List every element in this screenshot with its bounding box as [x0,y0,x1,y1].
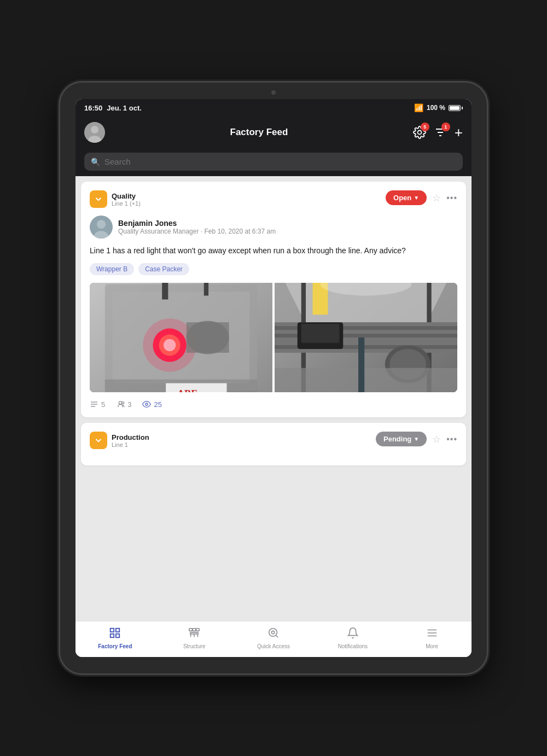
bottom-nav: Factory Feed Structure [75,621,472,657]
category-info: Quality Line 1 (+1) [112,192,141,207]
status-label: Open [393,194,411,202]
add-button[interactable]: + [455,124,463,141]
camera [271,90,276,95]
category-line: Line 1 (+1) [112,200,141,207]
quick-access-label: Quick Access [257,643,290,649]
battery-icon [449,105,463,111]
svg-point-1 [91,126,98,133]
battery-percent: 100 % [427,104,445,112]
quick-access-icon [267,627,280,642]
notifications-nav-icon [347,627,359,642]
post-card-2: Production Line 1 Pending ▼ ☆ ••• [81,423,466,466]
category-icon [90,190,107,208]
svg-point-47 [146,403,148,405]
followers-stat[interactable]: 3 [116,400,131,409]
post-actions: Open ▼ ☆ ••• [386,190,457,205]
factory-feed-icon [109,627,121,642]
category-name-2: Production [112,433,149,441]
post-image-2[interactable] [275,283,457,392]
nav-actions: 5 1 + [413,124,463,141]
star-icon[interactable]: ☆ [432,192,441,204]
views-stat[interactable]: 25 [142,400,161,409]
svg-rect-52 [189,629,193,631]
chevron-down-icon-2: ▼ [414,436,419,442]
tag-wrapper-b[interactable]: Wrapper B [90,263,134,275]
post-images: ABF SYSTEMSINC [90,283,457,392]
tag-case-packer[interactable]: Case Packer [138,263,189,275]
post-footer: 5 3 [90,400,457,409]
svg-rect-49 [116,629,119,632]
nav-item-structure[interactable]: Structure [155,627,234,649]
svg-rect-39 [275,368,457,392]
post-body: Line 1 has a red light that won't go awa… [90,245,457,257]
avatar[interactable] [84,122,105,143]
search-wrapper: 🔍 [84,153,463,171]
svg-point-8 [97,220,106,229]
star-icon-2[interactable]: ☆ [432,433,441,445]
svg-rect-19 [162,283,168,299]
nav-item-more[interactable]: More [392,627,472,649]
post-image-1[interactable]: ABF SYSTEMSINC [90,283,272,392]
more-options-icon-2[interactable]: ••• [446,434,457,444]
svg-text:ABF: ABF [177,388,197,392]
category-name: Quality [112,192,141,200]
svg-rect-51 [116,634,119,637]
comments-count: 5 [101,400,105,409]
status-bar: 16:50 Jeu. 1 oct. 📶 100 % [75,99,472,117]
wifi-icon: 📶 [414,103,423,112]
notifications-nav-label: Notifications [338,643,368,649]
author-name: Benjamin Jones [118,219,276,228]
svg-rect-50 [110,634,114,637]
tablet-screen: 16:50 Jeu. 1 oct. 📶 100 % F [75,99,472,657]
svg-rect-40 [358,338,364,392]
status-button-2[interactable]: Pending ▼ [376,432,427,446]
more-icon [426,627,438,642]
category-icon-2 [90,432,107,449]
followers-count: 3 [127,400,131,409]
svg-point-59 [269,629,277,637]
more-label: More [426,643,438,649]
post-card: Quality Line 1 (+1) Open ▼ ☆ ••• [81,182,466,417]
svg-rect-18 [187,322,229,353]
search-input[interactable] [104,157,456,166]
svg-point-46 [122,402,124,404]
svg-line-60 [276,635,278,637]
filter-badge: 1 [441,123,450,131]
views-count: 25 [154,400,161,409]
chevron-down-icon: ▼ [414,195,419,201]
status-label-2: Pending [383,435,411,443]
svg-point-3 [417,131,421,135]
post-category-2: Production Line 1 [90,432,149,449]
notifications-badge: 5 [421,123,429,131]
category-line-2: Line 1 [112,441,149,448]
page-title: Factory Feed [112,127,406,138]
svg-rect-20 [204,283,208,295]
structure-label: Structure [183,643,206,649]
nav-item-notifications[interactable]: Notifications [313,627,392,649]
factory-feed-label: Factory Feed [98,643,132,649]
post-date: Feb 10, 2020 at 6:37 am [204,228,276,235]
comments-stat[interactable]: 5 [90,400,105,409]
author-meta: Quality Assurance Manager · Feb 10, 2020… [118,228,276,235]
tablet-frame: 16:50 Jeu. 1 oct. 📶 100 % F [60,83,487,673]
main-content: Quality Line 1 (+1) Open ▼ ☆ ••• [75,176,472,621]
nav-item-quick-access[interactable]: Quick Access [234,627,313,649]
more-options-icon[interactable]: ••• [446,193,457,203]
author-avatar[interactable] [90,216,113,239]
filter-button[interactable]: 1 [434,126,447,139]
nav-item-factory-feed[interactable]: Factory Feed [75,627,155,649]
status-button[interactable]: Open ▼ [386,190,427,205]
notifications-button[interactable]: 5 [413,126,426,139]
post-header-2: Production Line 1 Pending ▼ ☆ ••• [90,432,457,449]
post-category: Quality Line 1 (+1) [90,190,141,208]
date: Jeu. 1 oct. [107,104,142,112]
author-role: Quality Assurance Manager [118,228,199,235]
svg-point-61 [271,631,275,634]
search-bar: 🔍 [75,148,472,176]
post-author: Benjamin Jones Quality Assurance Manager… [90,216,457,239]
svg-rect-54 [196,629,200,631]
time: 16:50 [84,104,102,112]
svg-rect-36 [301,324,340,343]
search-icon: 🔍 [91,158,100,166]
svg-rect-55 [190,632,199,634]
